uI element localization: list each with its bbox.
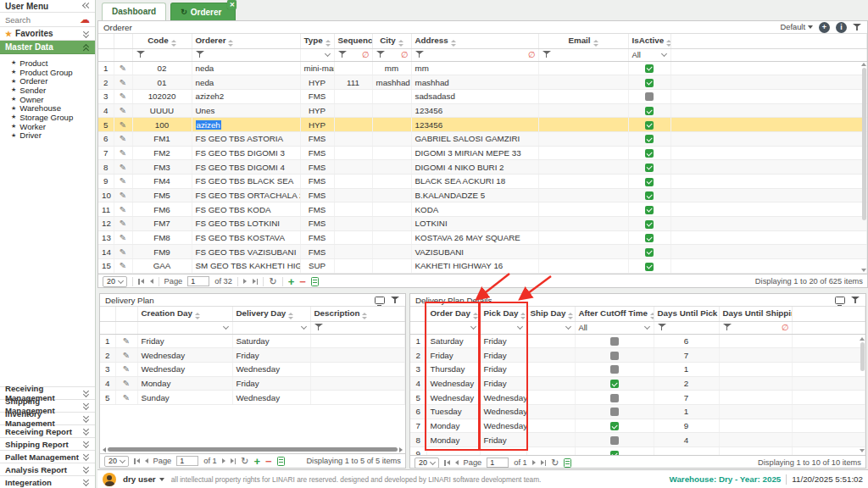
remove-row-button[interactable]: − <box>265 456 272 467</box>
vertical-scrollbar[interactable] <box>859 336 865 453</box>
clear-filter-icon[interactable]: ∅ <box>401 51 409 59</box>
page-number-input[interactable]: 1 <box>187 276 209 286</box>
sidebar-section[interactable]: Inventory Management <box>0 412 95 424</box>
sort-icon[interactable] <box>326 40 331 47</box>
edit-pencil-icon[interactable]: ✎ <box>123 351 130 360</box>
next-page-button[interactable] <box>532 460 536 465</box>
monitor-icon[interactable] <box>375 297 385 304</box>
table-row[interactable]: 9 <box>410 447 865 456</box>
table-row[interactable]: 14 ✎ FM9 FS GEO TBS VAZISUBANI FMS VAZIS… <box>98 245 867 259</box>
edit-pencil-icon[interactable]: ✎ <box>120 247 126 257</box>
chevron-down-icon[interactable] <box>324 50 330 56</box>
filter-icon[interactable] <box>851 296 860 304</box>
sidebar-item-favorites[interactable]: ★ Favorites <box>0 27 95 41</box>
sidebar-menu-item[interactable]: ★ Orderer <box>11 76 95 86</box>
page-size-select[interactable]: 20 <box>104 456 129 467</box>
filter-isactive[interactable]: All <box>628 48 670 61</box>
edit-pencil-icon[interactable]: ✎ <box>120 176 126 186</box>
funnel-icon[interactable] <box>415 50 425 58</box>
filter-order-day[interactable] <box>426 321 480 334</box>
isactive-checkbox[interactable] <box>645 79 654 87</box>
scroll-down-icon[interactable] <box>860 449 865 452</box>
sync-cloud-icon[interactable]: ☁ <box>80 15 90 24</box>
column-header-ship-day[interactable]: Ship Day <box>526 307 575 321</box>
isactive-checkbox[interactable] <box>645 263 654 271</box>
edit-pencil-icon[interactable]: ✎ <box>123 364 130 374</box>
funnel-icon[interactable] <box>658 323 667 331</box>
export-excel-icon[interactable] <box>564 458 571 468</box>
sort-icon[interactable] <box>228 40 233 47</box>
sidebar-menu-item[interactable]: ★ Warehouse <box>11 103 95 113</box>
user-menu-dropdown[interactable]: dry user <box>123 474 164 484</box>
sidebar-menu-item[interactable]: ★ Owner <box>11 95 95 104</box>
sort-icon[interactable] <box>288 313 293 319</box>
after-cutoff-checkbox[interactable] <box>610 451 619 455</box>
chevron-down-icon[interactable] <box>82 389 90 397</box>
tab-dashboard[interactable]: Dashboard <box>102 3 166 20</box>
edit-pencil-icon[interactable]: ✎ <box>120 78 126 87</box>
edit-cell[interactable]: ✎ <box>114 160 132 175</box>
scrollbar-thumb[interactable] <box>860 342 865 371</box>
edit-cell[interactable]: ✎ <box>114 245 132 259</box>
isactive-checkbox[interactable] <box>645 234 654 242</box>
edit-pencil-icon[interactable]: ✎ <box>123 393 130 402</box>
edit-cell[interactable]: ✎ <box>114 118 132 132</box>
column-header-pick-day[interactable]: Pick Day <box>480 307 526 321</box>
isactive-checkbox[interactable] <box>645 178 654 186</box>
isactive-checkbox[interactable] <box>645 164 654 172</box>
edit-cell[interactable]: ✎ <box>114 103 132 118</box>
edit-pencil-icon[interactable]: ✎ <box>120 120 126 130</box>
table-row[interactable]: 1 Saturday Friday 6 <box>410 334 865 348</box>
chevron-down-icon[interactable] <box>300 323 306 329</box>
filter-description[interactable] <box>310 321 405 334</box>
next-page-button[interactable] <box>222 458 225 463</box>
edit-pencil-icon[interactable]: ✎ <box>120 106 126 115</box>
table-row[interactable]: 7 Monday Wednesday 9 <box>410 419 865 433</box>
add-row-button[interactable]: + <box>288 276 295 287</box>
scroll-right-icon[interactable] <box>399 447 403 452</box>
edit-cell[interactable]: ✎ <box>114 131 132 146</box>
first-page-button[interactable] <box>134 458 140 464</box>
after-cutoff-checkbox[interactable] <box>610 352 619 360</box>
edit-cell[interactable]: ✎ <box>115 391 137 405</box>
column-header-after-cutoff[interactable]: After CutOff Time <box>575 307 654 321</box>
chevron-up-icon[interactable] <box>82 43 90 52</box>
table-row[interactable]: 4 ✎ UUUU Unes HYP 123456 <box>98 103 867 118</box>
table-row[interactable]: 7 ✎ FM2 FS GEO TBS DIGOMI 3 FMS DIGOMI 3… <box>98 146 867 160</box>
after-cutoff-checkbox[interactable] <box>610 436 619 445</box>
sort-icon[interactable] <box>650 313 654 319</box>
last-page-button[interactable] <box>541 460 547 466</box>
table-row[interactable]: 1 ✎ Friday Saturday <box>100 334 405 348</box>
view-selector[interactable]: Default <box>781 23 813 31</box>
clear-filter-icon[interactable]: ∅ <box>528 51 536 59</box>
chevron-down-icon[interactable] <box>470 323 476 329</box>
page-size-select[interactable]: 20 <box>415 458 439 469</box>
table-row[interactable]: 2 ✎ Wednesday Friday <box>100 348 405 363</box>
filter-address[interactable]: ∅ <box>411 48 538 61</box>
scroll-down-icon[interactable] <box>861 269 866 272</box>
column-header-address[interactable]: Address <box>411 34 538 48</box>
collapse-sidebar-icon[interactable] <box>82 2 90 10</box>
column-header-city[interactable]: City <box>372 34 411 48</box>
column-header-description[interactable]: Description <box>310 307 405 321</box>
tab-refresh-icon[interactable]: ↻ <box>181 8 187 16</box>
sidebar-menu-item[interactable]: ★ Storage Group <box>11 113 95 122</box>
table-row[interactable]: 5 ✎ Sunday Wednesday <box>100 391 405 405</box>
filter-days-until-pick[interactable] <box>654 321 719 334</box>
sidebar-section[interactable]: Shipping Report <box>0 437 95 450</box>
page-size-select[interactable]: 20 <box>103 276 127 287</box>
chevron-down-icon[interactable] <box>82 402 90 410</box>
isactive-checkbox[interactable] <box>645 191 654 200</box>
info-button[interactable]: i <box>836 22 847 33</box>
sort-icon[interactable] <box>568 313 573 319</box>
edit-pencil-icon[interactable]: ✎ <box>120 191 126 200</box>
sidebar-section[interactable]: Analysis Report <box>0 463 95 475</box>
chevron-down-icon[interactable] <box>82 478 90 486</box>
table-row[interactable]: 4 ✎ Monday Friday <box>100 376 405 391</box>
table-row[interactable]: 9 ✎ FM4 FS GEO TBS BLACK SEA FMS BLACK S… <box>98 175 867 189</box>
page-number-input[interactable]: 1 <box>176 456 198 466</box>
after-cutoff-checkbox[interactable] <box>610 408 619 416</box>
clear-filter-icon[interactable]: ∅ <box>782 324 789 332</box>
filter-delivery-day[interactable] <box>232 321 310 334</box>
edit-pencil-icon[interactable]: ✎ <box>120 205 126 214</box>
